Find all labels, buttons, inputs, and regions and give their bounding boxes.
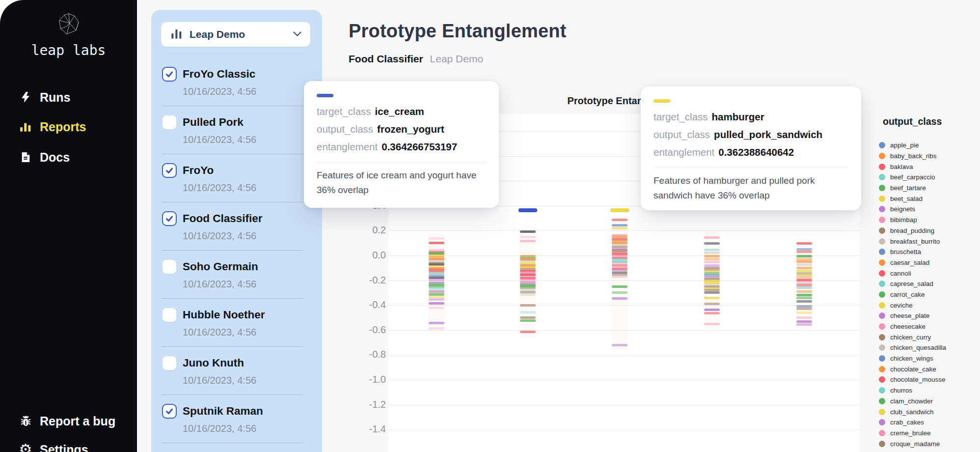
legend-item[interactable]: ceviche <box>875 300 980 311</box>
run-item[interactable]: FroYo Classic10/16/2023, 4:56 <box>162 58 304 106</box>
legend-item[interactable]: cheesecake <box>875 321 980 332</box>
entanglement-mark[interactable] <box>520 331 536 333</box>
entanglement-mark[interactable] <box>704 255 720 257</box>
run-checkbox[interactable] <box>162 356 177 370</box>
entanglement-mark[interactable] <box>796 286 812 289</box>
legend-item[interactable]: club_sandwich <box>875 406 980 417</box>
entanglement-mark[interactable] <box>796 297 812 299</box>
entanglement-mark[interactable] <box>796 294 812 296</box>
project-selector-dropdown[interactable]: Leap Demo <box>161 22 310 47</box>
legend-item[interactable]: cheese_plate <box>875 311 980 321</box>
legend-item[interactable]: caesar_salad <box>875 257 980 268</box>
legend-item[interactable]: beef_tartare <box>875 183 980 194</box>
entanglement-mark[interactable] <box>796 260 812 263</box>
run-checkbox[interactable] <box>162 115 177 130</box>
legend-item[interactable]: crab_cakes <box>875 417 980 428</box>
entanglement-mark[interactable] <box>429 322 444 324</box>
entanglement-mark[interactable] <box>796 267 812 269</box>
entanglement-mark[interactable] <box>520 316 536 319</box>
entanglement-mark[interactable] <box>612 297 627 300</box>
highlighted-entanglement-mark[interactable] <box>518 208 537 212</box>
legend-item[interactable]: churros <box>875 385 980 396</box>
legend-item[interactable]: cannoli <box>875 268 980 279</box>
entanglement-mark[interactable] <box>612 224 627 226</box>
entanglement-mark[interactable] <box>704 242 720 245</box>
entanglement-mark[interactable] <box>520 304 536 307</box>
legend-item[interactable]: apple_pie <box>875 140 980 151</box>
entanglement-mark[interactable] <box>704 249 720 251</box>
legend-item[interactable]: beef_carpaccio <box>875 172 980 183</box>
highlighted-entanglement-mark[interactable] <box>610 208 629 212</box>
run-checkbox[interactable] <box>162 163 177 178</box>
entanglement-mark[interactable] <box>796 316 812 319</box>
run-item[interactable]: Pulled Pork10/16/2023, 4:56 <box>162 106 304 154</box>
legend-item[interactable]: croque_madame <box>875 438 980 449</box>
entanglement-mark[interactable] <box>520 236 536 238</box>
run-checkbox[interactable] <box>162 404 177 419</box>
entanglement-mark[interactable] <box>612 227 627 229</box>
sidebar-item-settings[interactable]: ⚙ Settings <box>19 440 88 452</box>
entanglement-mark[interactable] <box>796 251 812 253</box>
legend-item[interactable]: chicken_curry <box>875 332 980 342</box>
entanglement-mark[interactable] <box>704 258 720 260</box>
run-item[interactable]: Hubble Noether10/16/2023, 4:56 <box>162 299 304 347</box>
entanglement-mark[interactable] <box>520 311 536 313</box>
entanglement-mark[interactable] <box>520 319 536 322</box>
run-checkbox[interactable] <box>162 259 177 274</box>
entanglement-mark[interactable] <box>796 300 812 303</box>
entanglement-mark[interactable] <box>796 320 812 323</box>
entanglement-mark[interactable] <box>612 344 627 346</box>
entanglement-mark[interactable] <box>612 276 627 278</box>
run-item[interactable]: FroYo10/16/2023, 4:56 <box>162 154 304 202</box>
entanglement-mark[interactable] <box>796 279 812 282</box>
legend-item[interactable]: beignets <box>875 204 980 215</box>
legend-item[interactable]: creme_brulee <box>875 428 980 439</box>
entanglement-mark[interactable] <box>796 263 812 266</box>
sidebar-item-reports[interactable]: Reports <box>19 117 86 137</box>
entanglement-mark[interactable] <box>796 311 812 314</box>
entanglement-mark[interactable] <box>704 309 720 311</box>
entanglement-mark[interactable] <box>796 308 812 310</box>
entanglement-mark[interactable] <box>704 303 720 305</box>
legend-item[interactable]: chicken_quesadilla <box>875 342 980 353</box>
run-item[interactable]: Food Classifier10/16/2023, 4:56 <box>162 202 304 251</box>
sidebar-item-runs[interactable]: Runs <box>19 87 71 107</box>
legend-item[interactable]: bruschetta <box>875 247 980 257</box>
entanglement-mark[interactable] <box>520 293 536 296</box>
entanglement-mark[interactable] <box>704 252 720 254</box>
legend-item[interactable]: carrot_cake <box>875 289 980 300</box>
entanglement-mark[interactable] <box>704 261 720 263</box>
entanglement-mark[interactable] <box>429 307 444 309</box>
entanglement-mark[interactable] <box>612 219 627 221</box>
entanglement-mark[interactable] <box>612 291 627 294</box>
legend-item[interactable]: chocolate_mousse <box>875 374 980 385</box>
run-item[interactable]: Juno Knuth10/16/2023, 4:56 <box>162 347 304 395</box>
entanglement-mark[interactable] <box>429 298 444 301</box>
entanglement-mark[interactable] <box>429 327 444 330</box>
entanglement-mark[interactable] <box>704 264 720 267</box>
legend-item[interactable]: clam_chowder <box>875 396 980 407</box>
legend-item[interactable]: baby_back_ribs <box>875 151 980 162</box>
entanglement-mark[interactable] <box>796 323 812 326</box>
run-checkbox[interactable] <box>162 67 177 82</box>
legend-item[interactable]: bibimbap <box>875 215 980 226</box>
entanglement-mark[interactable] <box>704 236 720 239</box>
legend-item[interactable]: caprese_salad <box>875 279 980 289</box>
entanglement-mark[interactable] <box>796 290 812 293</box>
entanglement-mark[interactable] <box>704 291 720 294</box>
legend-item[interactable]: chocolate_cake <box>875 364 980 374</box>
legend-item[interactable]: chicken_wings <box>875 353 980 364</box>
sidebar-item-report-a-bug[interactable]: Report a bug <box>19 411 115 431</box>
entanglement-mark[interactable] <box>520 240 536 242</box>
entanglement-mark[interactable] <box>796 242 812 245</box>
legend-item[interactable]: breakfast_burrito <box>875 236 980 247</box>
legend-item[interactable]: bread_pudding <box>875 226 980 236</box>
entanglement-mark[interactable] <box>429 237 444 240</box>
run-checkbox[interactable] <box>162 211 177 226</box>
entanglement-mark[interactable] <box>796 255 812 257</box>
run-item[interactable]: Soho Germain10/16/2023, 4:56 <box>162 251 304 299</box>
run-item[interactable]: Sputnik Raman10/16/2023, 4:56 <box>162 395 304 443</box>
entanglement-mark[interactable] <box>704 323 720 325</box>
entanglement-mark[interactable] <box>612 285 627 288</box>
entanglement-mark[interactable] <box>704 297 720 299</box>
